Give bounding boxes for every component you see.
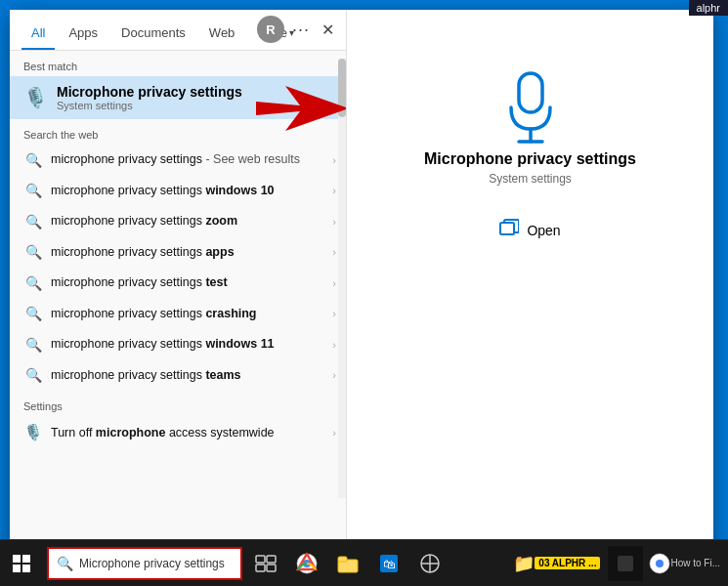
close-button[interactable]: ✕ <box>318 21 338 39</box>
taskbar-right: 📁 03 ALPHR ... How to Fi... <box>509 546 728 581</box>
chevron-right-icon: › <box>332 339 336 351</box>
search-result-item[interactable]: 🔍 microphone privacy settings windows 11… <box>10 329 346 360</box>
store-icon[interactable]: 🛍 <box>369 540 408 587</box>
app-detail-subtitle: System settings <box>489 172 572 186</box>
more-options-button[interactable]: ··· <box>288 20 314 40</box>
chevron-right-icon: › <box>332 369 336 381</box>
settings-section-label: Settings <box>10 391 346 416</box>
taskbar-folder-badge[interactable]: 📁 03 ALPHR ... <box>509 553 606 574</box>
settings-item[interactable]: 🎙️ Turn off microphone access systemwide… <box>10 416 346 448</box>
svg-rect-8 <box>22 565 30 572</box>
svg-rect-16 <box>338 557 347 562</box>
search-icon: 🔍 <box>23 275 43 291</box>
search-result-text: microphone privacy settings teams <box>51 367 324 385</box>
search-icon: 🔍 <box>23 152 43 168</box>
best-match-title: Microphone privacy settings <box>57 84 242 100</box>
svg-rect-5 <box>13 555 21 563</box>
tab-documents[interactable]: Documents <box>111 18 195 50</box>
microphone-icon: 🎙️ <box>23 86 47 109</box>
search-result-item[interactable]: 🔍 microphone privacy settings crashing › <box>10 299 346 330</box>
search-result-text: microphone privacy settings windows 11 <box>51 336 324 354</box>
app-detail-panel: Microphone privacy settings System setti… <box>347 10 713 557</box>
window-controls: R ··· ✕ <box>257 16 338 43</box>
search-result-text: microphone privacy settings zoom <box>51 213 324 230</box>
search-icon: 🔍 <box>23 214 43 230</box>
web-search-label: Search the web <box>10 119 346 145</box>
chevron-right-icon: › <box>332 154 336 166</box>
search-result-item[interactable]: 🔍 microphone privacy settings zoom › <box>10 206 346 237</box>
tabs-row: All Apps Documents Web More ▾ R ··· ✕ <box>10 10 346 51</box>
snipping-tool-icon[interactable] <box>410 540 450 587</box>
search-result-item[interactable]: 🔍 microphone privacy settings windows 10… <box>10 176 346 207</box>
start-menu: All Apps Documents Web More ▾ R ··· ✕ Be <box>10 10 713 557</box>
settings-item-text: Turn off microphone access systemwide <box>51 426 324 440</box>
tab-web[interactable]: Web <box>199 18 245 50</box>
taskbar-search-text: Microphone privacy settings <box>79 557 225 570</box>
search-result-text: microphone privacy settings apps <box>51 244 324 262</box>
taskbar-icons: 🛍 <box>246 540 450 587</box>
search-icon: 🔍 <box>23 367 43 383</box>
search-result-text: microphone privacy settings crashing <box>51 306 324 323</box>
svg-rect-9 <box>256 556 265 563</box>
taskbar-black-app[interactable] <box>608 546 643 581</box>
badge-label: 03 ALPHR ... <box>535 557 600 569</box>
chevron-right-icon: › <box>332 427 336 439</box>
user-avatar[interactable]: R <box>257 16 284 43</box>
scrollbar-track <box>338 59 346 498</box>
windows-area: All Apps Documents Web More ▾ R ··· ✕ Be <box>0 0 728 586</box>
brand-label: alphr <box>697 2 720 14</box>
search-icon: 🔍 <box>23 183 43 198</box>
chevron-right-icon: › <box>332 308 336 319</box>
best-match-text: Microphone privacy settings System setti… <box>57 84 242 111</box>
open-button[interactable]: Open <box>492 215 568 245</box>
svg-rect-22 <box>618 556 633 571</box>
start-button[interactable] <box>0 540 43 587</box>
open-label: Open <box>527 223 560 238</box>
search-result-item[interactable]: 🔍 microphone privacy settings - See web … <box>10 145 346 176</box>
open-icon <box>499 219 519 241</box>
results-area: Best match 🎙️ Microphone privacy setting… <box>10 51 346 557</box>
taskbar-right-label: How to Fi... <box>670 558 720 568</box>
svg-rect-1 <box>519 73 542 112</box>
search-icon: 🔍 <box>23 306 43 321</box>
search-result-text: microphone privacy settings test <box>51 274 324 292</box>
chrome-taskbar-icon[interactable] <box>287 540 326 587</box>
taskbar-search-icon: 🔍 <box>57 556 73 571</box>
chevron-right-icon: › <box>332 216 336 228</box>
svg-rect-12 <box>267 565 276 571</box>
search-result-item[interactable]: 🔍 microphone privacy settings teams › <box>10 360 346 392</box>
task-view-button[interactable] <box>246 540 285 587</box>
search-icon: 🔍 <box>23 244 43 260</box>
search-result-text: microphone privacy settings - See web re… <box>51 151 324 169</box>
brand-bar: alphr <box>689 0 728 16</box>
svg-rect-11 <box>256 565 265 571</box>
svg-rect-4 <box>500 223 514 234</box>
search-result-text: microphone privacy settings windows 10 <box>51 183 324 200</box>
svg-point-24 <box>656 560 664 567</box>
chevron-right-icon: › <box>332 185 336 196</box>
tab-all[interactable]: All <box>21 18 55 50</box>
app-detail-title: Microphone privacy settings <box>424 150 636 168</box>
svg-rect-7 <box>13 565 21 572</box>
chevron-right-icon: › <box>332 246 336 258</box>
scrollbar-thumb[interactable] <box>338 59 346 117</box>
chevron-right-icon: › <box>332 277 336 289</box>
file-explorer-icon[interactable] <box>328 540 367 587</box>
taskbar-search-box[interactable]: 🔍 Microphone privacy settings <box>47 547 242 580</box>
search-result-item[interactable]: 🔍 microphone privacy settings test › <box>10 268 346 299</box>
app-large-icon <box>501 68 560 150</box>
microphone-settings-icon: 🎙️ <box>23 423 43 441</box>
taskbar-chrome-right[interactable]: How to Fi... <box>645 553 724 574</box>
best-match-subtitle: System settings <box>57 100 242 111</box>
folder-icon: 📁 <box>513 553 535 574</box>
search-results-panel: All Apps Documents Web More ▾ R ··· ✕ Be <box>10 10 347 557</box>
svg-text:🛍: 🛍 <box>383 557 396 571</box>
taskbar: 🔍 Microphone privacy settings <box>0 539 728 586</box>
search-icon: 🔍 <box>23 337 43 353</box>
svg-rect-6 <box>22 555 30 563</box>
best-match-label: Best match <box>10 51 346 76</box>
tab-apps[interactable]: Apps <box>59 18 107 50</box>
search-result-item[interactable]: 🔍 microphone privacy settings apps › <box>10 237 346 269</box>
svg-rect-10 <box>267 556 276 563</box>
best-match-item[interactable]: 🎙️ Microphone privacy settings System se… <box>10 76 346 119</box>
